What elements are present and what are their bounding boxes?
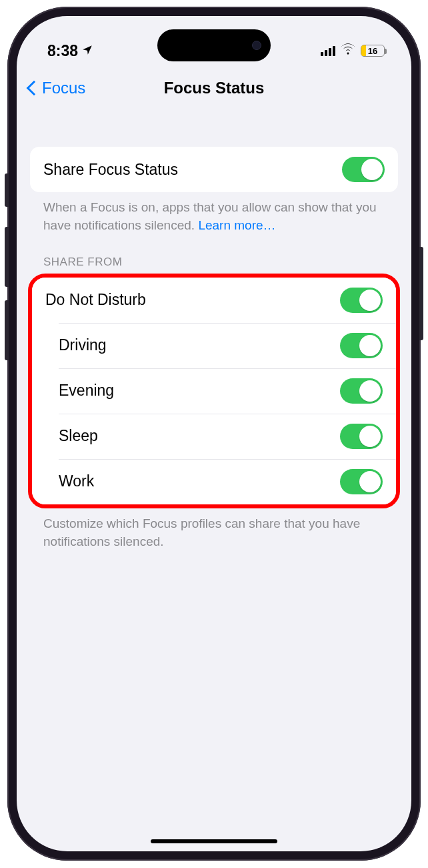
focus-row-evening[interactable]: Evening	[45, 368, 396, 414]
share-status-footer: When a Focus is on, apps that you allow …	[30, 192, 398, 234]
share-focus-status-toggle[interactable]	[342, 157, 385, 182]
screen: 8:38 16 Focus	[17, 16, 411, 851]
share-from-footer: Customize which Focus profiles can share…	[30, 508, 398, 550]
status-right: 16	[321, 43, 385, 59]
power-button	[419, 247, 423, 340]
focus-toggle-do-not-disturb[interactable]	[340, 288, 383, 313]
focus-toggle-driving[interactable]	[340, 333, 383, 358]
learn-more-link[interactable]: Learn more…	[198, 218, 275, 232]
share-focus-status-row[interactable]: Share Focus Status	[30, 147, 398, 192]
share-from-group: Do Not Disturb Driving Evening Sleep	[32, 278, 396, 504]
back-label: Focus	[42, 79, 85, 97]
battery-icon: 16	[361, 45, 385, 57]
highlight-annotation: Do Not Disturb Driving Evening Sleep	[28, 274, 400, 508]
focus-row-driving[interactable]: Driving	[45, 323, 396, 368]
location-icon	[81, 42, 93, 60]
phone-frame: 8:38 16 Focus	[7, 7, 421, 861]
wifi-icon	[341, 43, 355, 59]
battery-percent: 16	[361, 46, 384, 56]
content: Share Focus Status When a Focus is on, a…	[17, 108, 411, 550]
focus-row-do-not-disturb[interactable]: Do Not Disturb	[32, 278, 396, 323]
focus-label: Do Not Disturb	[45, 291, 146, 309]
focus-toggle-sleep[interactable]	[340, 424, 383, 449]
focus-label: Sleep	[59, 427, 98, 445]
status-time: 8:38	[47, 42, 78, 60]
focus-row-sleep[interactable]: Sleep	[45, 414, 396, 459]
focus-label: Driving	[59, 336, 107, 354]
share-focus-status-label: Share Focus Status	[43, 161, 178, 179]
status-left: 8:38	[47, 42, 93, 60]
home-indicator[interactable]	[151, 839, 277, 843]
focus-toggle-evening[interactable]	[340, 378, 383, 404]
focus-label: Work	[59, 472, 94, 490]
focus-label: Evening	[59, 382, 114, 400]
dynamic-island	[157, 29, 271, 61]
navigation-bar: Focus Focus Status	[17, 68, 411, 108]
page-title: Focus Status	[164, 79, 265, 97]
focus-toggle-work[interactable]	[340, 469, 383, 494]
share-from-header: Share From	[30, 234, 398, 276]
chevron-left-icon	[27, 81, 42, 96]
camera-dot	[252, 41, 261, 50]
back-button[interactable]: Focus	[29, 79, 85, 97]
share-status-group: Share Focus Status	[30, 147, 398, 192]
cellular-icon	[321, 45, 335, 56]
focus-row-work[interactable]: Work	[45, 459, 396, 504]
